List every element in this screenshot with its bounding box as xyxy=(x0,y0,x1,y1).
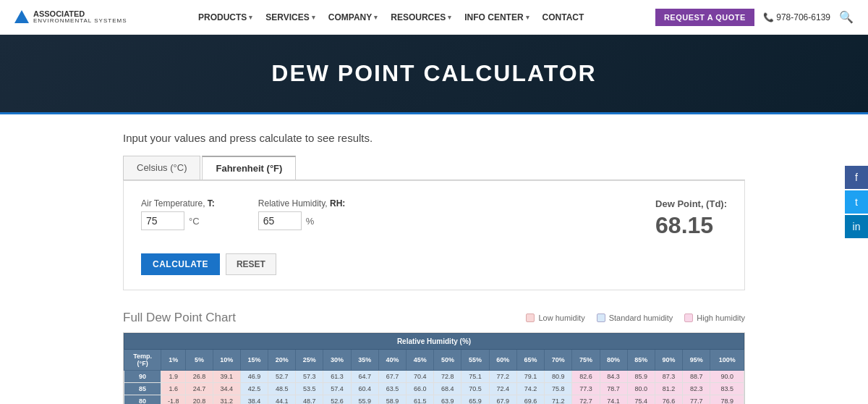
tab-celsius[interactable]: Celsius (°C) xyxy=(123,156,200,180)
data-cell: 58.9 xyxy=(378,395,406,405)
humidity-unit: % xyxy=(306,216,315,227)
data-cell: 46.9 xyxy=(240,371,268,383)
temp-cell: 90 xyxy=(124,371,161,383)
data-cell: 67.9 xyxy=(489,395,516,405)
legend-high-humidity: High humidity xyxy=(684,313,745,322)
data-cell: 65.9 xyxy=(461,395,489,405)
site-header: ASSOCIATED ENVIRONMENTAL SYSTEMS PRODUCT… xyxy=(0,0,868,35)
data-cell: 75.8 xyxy=(545,383,572,395)
chart-header: Full Dew Point Chart Low humidity Standa… xyxy=(123,311,745,325)
chevron-down-icon: ▾ xyxy=(312,14,315,21)
data-cell: 79.1 xyxy=(516,371,544,383)
page-title: DEW POINT CALCULATOR xyxy=(271,60,596,87)
chart-title: Full Dew Point Chart xyxy=(123,311,236,325)
col-header: 45% xyxy=(407,350,434,371)
data-cell: 48.7 xyxy=(296,395,323,405)
data-cell: 68.4 xyxy=(434,383,461,395)
twitter-icon[interactable]: t xyxy=(845,190,868,214)
col-header: 80% xyxy=(600,350,627,371)
logo[interactable]: ASSOCIATED ENVIRONMENTAL SYSTEMS xyxy=(14,9,127,25)
data-cell: 87.3 xyxy=(655,371,682,383)
data-cell: 88.7 xyxy=(683,371,710,383)
col-header: 30% xyxy=(323,350,351,371)
nav-info-center[interactable]: INFO CENTER ▾ xyxy=(464,12,529,22)
main-nav: PRODUCTS ▾ SERVICES ▾ COMPANY ▾ RESOURCE… xyxy=(198,12,584,22)
data-cell: 82.3 xyxy=(683,383,710,395)
nav-contact[interactable]: CONTACT xyxy=(542,12,584,22)
col-header: 5% xyxy=(186,350,213,371)
dew-point-table-wrap: Relative Humidity (%) Temp.(°F) 1%5%10%1… xyxy=(123,332,745,404)
data-cell: 77.3 xyxy=(572,383,600,395)
data-cell: 74.2 xyxy=(516,383,544,395)
data-cell: 74.1 xyxy=(600,395,627,405)
linkedin-icon[interactable]: in xyxy=(845,215,868,238)
nav-services[interactable]: SERVICES ▾ xyxy=(265,12,315,22)
request-quote-button[interactable]: REQUEST A QUOTE xyxy=(655,9,754,26)
nav-resources[interactable]: RESOURCES ▾ xyxy=(391,12,451,22)
data-cell: 90.0 xyxy=(710,371,744,383)
data-cell: 1.9 xyxy=(161,371,186,383)
data-cell: 63.5 xyxy=(378,383,406,395)
nav-company[interactable]: COMPANY ▾ xyxy=(328,12,378,22)
data-cell: 67.7 xyxy=(378,371,406,383)
dew-point-table: Relative Humidity (%) Temp.(°F) 1%5%10%1… xyxy=(124,333,744,404)
relative-humidity-header: Relative Humidity (%) xyxy=(124,334,744,350)
data-cell: 48.5 xyxy=(268,383,296,395)
data-cell: 26.8 xyxy=(186,371,213,383)
col-header: 70% xyxy=(545,350,572,371)
humidity-input[interactable] xyxy=(258,211,302,230)
data-cell: 53.5 xyxy=(296,383,323,395)
col-header: 65% xyxy=(516,350,544,371)
col-header: 75% xyxy=(572,350,600,371)
col-header: 10% xyxy=(213,350,240,371)
calculate-button[interactable]: CALCULATE xyxy=(141,253,220,275)
data-cell: 83.5 xyxy=(710,383,744,395)
instructions-text: Input your values and press calculate to… xyxy=(123,132,745,144)
data-cell: 78.9 xyxy=(710,395,744,405)
table-row: 901.926.839.146.952.757.361.364.767.770.… xyxy=(124,371,744,383)
data-cell: 75.4 xyxy=(627,395,655,405)
search-icon[interactable]: 🔍 xyxy=(839,10,854,24)
data-cell: 20.8 xyxy=(186,395,213,405)
standard-humidity-dot xyxy=(597,313,605,322)
col-header: 85% xyxy=(627,350,655,371)
data-cell: 66.0 xyxy=(407,383,434,395)
reset-button[interactable]: RESET xyxy=(226,253,276,275)
data-cell: 72.8 xyxy=(434,371,461,383)
data-cell: 42.5 xyxy=(240,383,268,395)
temp-col-header: Temp.(°F) xyxy=(124,350,161,371)
legend-low-humidity: Low humidity xyxy=(526,313,584,322)
data-cell: 63.9 xyxy=(434,395,461,405)
tab-fahrenheit[interactable]: Fahrenheit (°F) xyxy=(202,156,296,180)
calc-inputs-row: Air Temperature, T: °C Relative Humidity… xyxy=(141,198,727,239)
data-cell: 80.9 xyxy=(545,371,572,383)
data-cell: 72.4 xyxy=(489,383,516,395)
hero-section: DEW POINT CALCULATOR xyxy=(0,35,868,114)
col-header: 35% xyxy=(351,350,378,371)
logo-triangle-icon xyxy=(14,10,29,23)
chevron-down-icon: ▾ xyxy=(374,14,378,21)
air-temp-unit: °C xyxy=(189,216,200,227)
facebook-icon[interactable]: f xyxy=(845,166,868,189)
col-header: 15% xyxy=(240,350,268,371)
social-icons: f t in xyxy=(845,166,868,238)
high-humidity-dot xyxy=(684,313,693,322)
data-cell: 55.9 xyxy=(351,395,378,405)
phone-number: 📞 978-706-6139 xyxy=(763,12,830,22)
data-cell: 71.2 xyxy=(545,395,572,405)
chart-section: Full Dew Point Chart Low humidity Standa… xyxy=(123,311,745,404)
data-cell: 61.3 xyxy=(323,371,351,383)
low-humidity-dot xyxy=(526,313,535,322)
air-temp-input[interactable] xyxy=(141,211,184,230)
chevron-down-icon: ▾ xyxy=(448,14,451,21)
data-cell: 34.4 xyxy=(213,383,240,395)
data-cell: 85.9 xyxy=(627,371,655,383)
temp-cell: 80 xyxy=(124,395,161,405)
dew-point-value: 68.15 xyxy=(655,212,727,239)
data-cell: 39.1 xyxy=(213,371,240,383)
data-cell: 52.7 xyxy=(268,371,296,383)
air-temp-field: Air Temperature, T: °C xyxy=(141,198,215,230)
nav-products[interactable]: PRODUCTS ▾ xyxy=(198,12,252,22)
data-cell: 70.5 xyxy=(461,383,489,395)
temp-cell: 85 xyxy=(124,383,161,395)
